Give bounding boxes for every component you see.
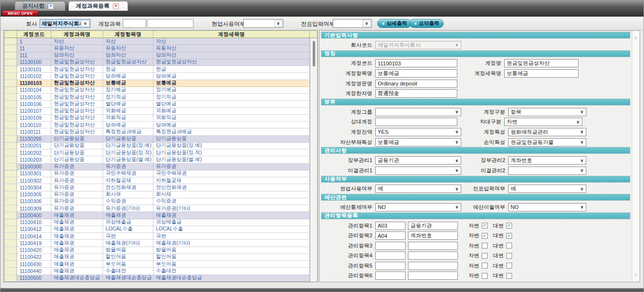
table-row[interactable]: 11100110현금및현금성자산당좌예금당좌예금 [4,122,310,128]
row-selector[interactable] [4,108,17,114]
summary-print-button[interactable]: 요약출력 [409,19,444,28]
account-name-input[interactable] [147,19,193,28]
mgmt-item3-code-input[interactable] [375,242,406,250]
account-hanja-name-input[interactable]: 普通預金 [375,89,457,98]
table-row[interactable]: 11100200단기금융상품단기금융상품단기금융상품 [4,136,310,143]
row-selector[interactable] [4,136,17,142]
table-row[interactable]: 11100201단기금융상품단기금융상품(정.예)단기금융상품(정.예) [4,143,310,149]
table-row[interactable]: 11100430매출채권부도어음부도어음 [4,261,310,268]
table-row[interactable]: 11100100현금및현금성자산현금및현금성자산현금및현금성자산 [4,59,310,66]
close-icon[interactable]: ✕ [48,3,54,9]
mgmt-item5-credit-checkbox[interactable] [506,263,512,269]
mgmt-item3-name-input[interactable] [408,242,458,250]
counter-account-input[interactable] [375,118,457,126]
mgmt-item6-name-input[interactable] [408,271,458,280]
table-row[interactable]: 11100422매출채권할인어음할인어음 [4,254,310,261]
row-selector[interactable] [4,275,17,281]
row-selector[interactable] [4,233,17,239]
account-detail-name-input[interactable]: 보통예금 [504,69,579,78]
chevron-up-icon[interactable]: ∧ [632,35,639,40]
mgmt-item3-credit-checkbox[interactable] [506,243,512,249]
table-row[interactable]: 11100419매출채권매출채권(기타)매출채권(기타) [4,240,310,247]
row-selector[interactable] [4,73,17,79]
table-row[interactable]: 11100103현금및현금성자산보통예금보통예금 [4,80,310,87]
table-row[interactable]: 11100111현금및현금성자산특정현금과예금특정현금과예금 [4,128,310,135]
account-code-input[interactable] [123,19,146,28]
account-english-name-input[interactable]: Ordinary deposit [375,80,457,88]
mgmt-item1-debit-checkbox[interactable]: ✓ [482,223,488,229]
mgmt-item2-credit-checkbox[interactable]: ✓ [506,233,512,239]
row-selector[interactable] [4,240,17,246]
table-row[interactable]: 11100109현금및현금성자산외화적금외화적금 [4,115,310,122]
mgmt-item6-code-input[interactable] [375,271,406,280]
account-trait-select[interactable]: 원화예적금관리∨ [508,128,586,136]
table-row[interactable]: 11100107현금및현금성자산외화예금외화예금 [4,108,310,115]
mgmt-item6-debit-checkbox[interactable] [482,273,488,279]
table-row[interactable]: 1자산자산자산 [4,38,310,45]
row-selector[interactable] [4,59,17,65]
row-selector[interactable] [4,122,17,128]
account-group-select[interactable]: ∨ [375,108,461,116]
table-row[interactable]: 11100203단기금융상품단기금융상품(별.예)단기금융상품(별.예) [4,156,310,163]
table-row[interactable]: 11100102현금및현금성자산당좌예금당좌예금 [4,73,310,80]
account-balance-select[interactable]: YES∨ [375,128,461,136]
mgmt-item5-debit-checkbox[interactable] [482,263,488,269]
row-selector[interactable] [4,219,17,226]
table-row[interactable]: 111당좌자산당좌자산당좌자산 [4,52,310,59]
table-row[interactable]: 11100309유가증권유가증권(기타)유가증권(기타) [4,205,310,212]
pending-mgmt1-select[interactable]: ∨ [375,167,461,175]
row-selector[interactable] [4,66,17,72]
row-selector[interactable] [4,198,17,205]
row-selector[interactable] [4,45,17,51]
table-row[interactable]: 11100410매출채권외상매출금외상매출금 [4,219,310,226]
account-item-name-input[interactable]: 보통예금 [375,69,457,78]
table-row[interactable]: 11100500매출채권대손충당금매출채권대손충당금매출채권대손충당금 [4,275,310,282]
pending-mgmt2-select[interactable]: ∨ [508,167,586,175]
budget-carryover-yn-select[interactable]: NO∨ [508,203,586,211]
account-class-select[interactable]: 항목∨ [508,108,586,116]
row-selector[interactable] [4,94,17,100]
row-selector[interactable] [4,261,17,267]
field-use-yn-select[interactable]: 예∨ [375,185,461,193]
table-scrollbar[interactable] [310,38,317,282]
mgmt-item3-debit-checkbox[interactable] [482,243,488,249]
row-selector[interactable] [4,226,17,232]
book-mgmt1-select[interactable]: 금융기관∨ [375,156,461,165]
row-selector[interactable] [4,191,17,198]
asset-liability-trait-select[interactable]: 보통예금∨ [375,138,461,146]
mgmt-item1-name-input[interactable]: 금융기관 [408,222,458,230]
book-mgmt2-select[interactable]: 계좌번호∨ [508,156,586,165]
table-row[interactable]: 11100305유가증권회사채회사채 [4,191,310,198]
table-row[interactable]: 11100106현금및현금성자산별단예금별단예금 [4,101,310,107]
scrollbar-thumb[interactable] [313,41,315,66]
mgmt-item4-debit-checkbox[interactable] [482,253,488,259]
tab-account-registration[interactable]: 계정과목등록 ✕ [68,1,128,11]
row-selector[interactable] [4,128,17,135]
mgmt-item1-credit-checkbox[interactable]: ✓ [506,223,512,229]
row-selector[interactable] [4,184,17,190]
mgmt-item4-name-input[interactable] [408,251,458,260]
table-row[interactable]: 11100420매출채권받을어음받을어음 [4,247,310,254]
table-row[interactable]: 11유동자산유동자산유동자산 [4,45,310,52]
row-selector[interactable] [4,87,17,93]
table-row[interactable]: 11100202단기금융상품단기금융상품(정.적)단기금융상품(정.적) [4,149,310,156]
table-row[interactable]: 11100300유가증권유가증권유가증권 [4,164,310,170]
table-row[interactable]: 11100414매출채권국판국판 [4,233,310,240]
table-row[interactable]: 11100304유가증권전신전화채권전신전화채권 [4,184,310,191]
mgmt-item5-name-input[interactable] [408,262,458,270]
row-selector[interactable] [4,52,17,59]
table-row[interactable]: 11100101현금및현금성자산현금현금 [4,66,310,73]
company-select[interactable]: 제일저지주식회사 ∨ [40,19,90,28]
tab-notice[interactable]: 공지사항 ✕ [15,1,65,11]
table-row[interactable]: 11100301유가증권국민주택채권국민주택채권 [4,170,310,177]
close-icon[interactable]: ✕ [113,3,119,9]
budget-control-yn-select[interactable]: NO∨ [375,203,461,211]
row-selector[interactable] [4,254,17,260]
field-use-select[interactable]: ∨ [243,19,283,28]
row-selector[interactable] [4,205,17,211]
profit-loss-trait-select[interactable]: 현금및현금등가물∨ [508,138,586,146]
table-row[interactable]: 11100302유가증권지하철공채지하철공채 [4,177,310,184]
mgmt-item2-code-input[interactable]: A04 [375,231,406,240]
row-selector[interactable] [4,143,17,149]
mgmt-item1-code-input[interactable]: A03 [375,222,406,230]
